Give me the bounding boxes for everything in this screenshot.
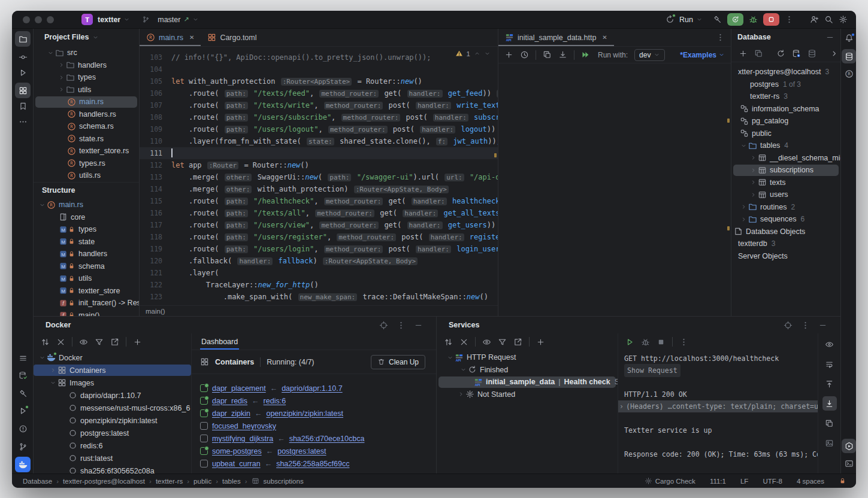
project-schema-rs[interactable]: Rschema.rs bbox=[34, 120, 139, 133]
project-utils[interactable]: utils bbox=[34, 84, 139, 96]
scroll-to-end[interactable] bbox=[822, 396, 837, 411]
import-icon[interactable] bbox=[558, 50, 567, 59]
container-name-link[interactable]: mystifying_dijkstra bbox=[212, 435, 273, 443]
structure-textter-store[interactable]: Mtextter_store bbox=[34, 285, 139, 297]
tool-run-dashboard[interactable] bbox=[15, 403, 31, 418]
image-name-link[interactable]: daprio/dapr:1.10.7 bbox=[282, 384, 342, 393]
project-types[interactable]: types bbox=[34, 71, 139, 84]
project-main-rs[interactable]: Rmain.rs bbox=[34, 96, 139, 108]
main-rs-line-106[interactable]: 106 .route( path: "/texts/feed", method_… bbox=[140, 87, 498, 99]
docker-postgres-latest[interactable]: postgres:latest bbox=[34, 427, 191, 439]
http-response-console[interactable]: GET http://localhost:3000/healthcheckSho… bbox=[618, 350, 818, 473]
docker-docker[interactable]: Docker bbox=[34, 351, 191, 364]
service-finished[interactable]: Finished bbox=[437, 364, 618, 376]
database-texts[interactable]: texts bbox=[731, 177, 840, 189]
database-postgres[interactable]: postgres1 of 3 bbox=[731, 78, 840, 91]
docker-rust-latest[interactable]: rust:latest bbox=[34, 452, 191, 464]
add-request-icon[interactable] bbox=[504, 50, 513, 59]
add-connection-icon[interactable] bbox=[133, 338, 142, 347]
breadcrumb-bar[interactable]: main() bbox=[140, 305, 498, 316]
close-tab-icon[interactable]: ✕ bbox=[189, 34, 194, 41]
collapse-all-icon[interactable] bbox=[56, 338, 65, 347]
zoom-window-button[interactable] bbox=[47, 16, 54, 23]
breadcrumb-textter-postgres-localhost[interactable]: textter-postgres@localhost bbox=[63, 478, 145, 485]
minimize-window-button[interactable] bbox=[35, 16, 42, 23]
tool-build[interactable] bbox=[15, 385, 31, 401]
main-rs-line-109[interactable]: 109 .route( path: "/users/logout", metho… bbox=[140, 123, 498, 135]
run-configuration-widget[interactable]: Run bbox=[666, 15, 703, 24]
filter-icon[interactable] bbox=[95, 338, 104, 347]
refresh-icon[interactable] bbox=[776, 49, 785, 58]
database-textter-rs[interactable]: textter-rs3 bbox=[731, 90, 840, 103]
more-options-icon[interactable] bbox=[679, 338, 688, 347]
datasource-properties-icon[interactable] bbox=[792, 49, 801, 58]
copy-icon[interactable] bbox=[543, 50, 552, 59]
structure-handlers[interactable]: Mhandlers bbox=[34, 248, 139, 260]
tool-services[interactable] bbox=[842, 439, 856, 453]
duplicate-icon[interactable] bbox=[754, 49, 763, 58]
panel-settings-icon[interactable] bbox=[784, 321, 793, 330]
status-utf-8[interactable]: UTF-8 bbox=[763, 478, 782, 485]
database-diesel-schema-mig[interactable]: __diesel_schema_mig bbox=[731, 152, 840, 165]
expand-all-icon[interactable] bbox=[444, 338, 453, 347]
project-src[interactable]: src bbox=[34, 47, 139, 59]
copy-response[interactable] bbox=[822, 416, 837, 430]
service-not-started[interactable]: Not Started bbox=[437, 388, 618, 401]
tool-rust[interactable]: R bbox=[842, 66, 856, 81]
project-panel-header[interactable]: Project Files bbox=[34, 29, 139, 45]
main-rs-line-104[interactable]: 104 bbox=[140, 63, 498, 75]
status-lf[interactable]: LF bbox=[740, 478, 748, 485]
main-rs-line-103[interactable]: 103// info!("{}", ApiDoc::openapi().to_p… bbox=[140, 51, 498, 63]
tab-dashboard[interactable]: Dashboard bbox=[200, 333, 239, 350]
panel-options-icon[interactable] bbox=[801, 321, 810, 330]
main-rs-line-121[interactable]: 121 .layer( bbox=[140, 267, 498, 279]
notifications-bell[interactable] bbox=[842, 31, 856, 45]
database-routines[interactable]: routines2 bbox=[731, 201, 840, 214]
tool-problems[interactable] bbox=[15, 421, 31, 436]
open-in-new-icon[interactable] bbox=[513, 338, 522, 347]
main-rs-line-117[interactable]: 117 .route( path: "/users/view", method_… bbox=[140, 219, 498, 231]
project-widget[interactable]: textter bbox=[93, 16, 130, 24]
rerun-button[interactable] bbox=[727, 13, 743, 26]
status-4-spaces[interactable]: 4 spaces bbox=[797, 478, 824, 485]
database-users[interactable]: users bbox=[731, 189, 840, 201]
tool-docker[interactable] bbox=[15, 457, 31, 472]
main-rs-line-111[interactable]: 111 bbox=[140, 147, 498, 159]
expand-all-icon[interactable] bbox=[41, 338, 50, 347]
show-image[interactable] bbox=[822, 436, 837, 450]
prev-warning-icon[interactable] bbox=[474, 50, 480, 57]
breadcrumb-tables[interactable]: tables bbox=[222, 478, 241, 485]
new-datasource-icon[interactable] bbox=[739, 49, 748, 58]
docker-redis-6[interactable]: redis:6 bbox=[34, 439, 191, 452]
status-cargo-check[interactable]: Cargo Check bbox=[645, 477, 695, 485]
service-http-request[interactable]: APIHTTP Request bbox=[437, 351, 618, 364]
search-icon[interactable] bbox=[824, 15, 833, 24]
tab-main-rs[interactable]: Rmain.rs✕ bbox=[140, 29, 201, 46]
add-user-icon[interactable] bbox=[810, 15, 819, 24]
main-rs-line-122[interactable]: 122 TraceLayer::new_for_http() bbox=[140, 279, 498, 291]
examples-dropdown[interactable]: *Examples bbox=[680, 51, 725, 59]
main-rs-line-112[interactable]: 112let app :Router = Router::new() bbox=[140, 159, 498, 171]
main-rs-line-118[interactable]: 118 .route( path: "/users/register", met… bbox=[140, 231, 498, 243]
hide-panel-icon[interactable] bbox=[825, 33, 834, 42]
add-service-icon[interactable] bbox=[536, 338, 545, 347]
tool-more[interactable] bbox=[15, 114, 31, 129]
container-name-link[interactable]: focused_heyrovsky bbox=[212, 422, 276, 430]
breadcrumb-item[interactable]: main() bbox=[146, 308, 165, 315]
database-xtter-postgres-localhost[interactable]: xtter-postgres@localhost3 bbox=[731, 66, 840, 78]
database-textterdb[interactable]: textterdb3 bbox=[731, 238, 840, 250]
collapse-all-icon[interactable] bbox=[459, 338, 468, 347]
project-handlers[interactable]: handlers bbox=[34, 59, 139, 72]
database-tables[interactable]: tables4 bbox=[731, 139, 840, 152]
stop-button[interactable] bbox=[763, 13, 779, 26]
docker-images[interactable]: Images bbox=[34, 376, 191, 389]
image-name-link[interactable]: postgres:latest bbox=[277, 447, 326, 456]
stop-icon[interactable] bbox=[657, 338, 666, 347]
main-rs-line-123[interactable]: 123 .make_span_with( new_make_span: trac… bbox=[140, 291, 498, 303]
project-types-rs[interactable]: Rtypes.rs bbox=[34, 157, 139, 170]
container-name-link[interactable]: dapr_zipkin bbox=[212, 409, 250, 418]
tool-git[interactable] bbox=[15, 439, 31, 454]
main-rs-line-119[interactable]: 119 .route( path: "/users/login", method… bbox=[140, 243, 498, 255]
editor-code-area[interactable]: 1 103// info!("{}", ApiDoc::openapi().to… bbox=[140, 47, 498, 305]
traffic-lights[interactable] bbox=[23, 16, 54, 23]
